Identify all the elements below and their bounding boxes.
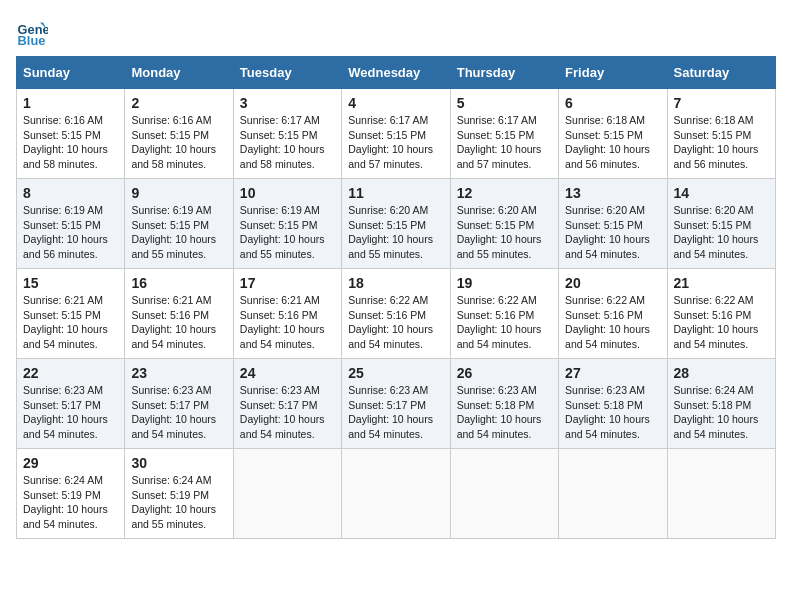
day-info: Sunrise: 6:19 AMSunset: 5:15 PMDaylight:… (23, 203, 118, 262)
day-info: Sunrise: 6:22 AMSunset: 5:16 PMDaylight:… (674, 293, 769, 352)
calendar-cell: 19Sunrise: 6:22 AMSunset: 5:16 PMDayligh… (450, 269, 558, 359)
day-info: Sunrise: 6:23 AMSunset: 5:17 PMDaylight:… (240, 383, 335, 442)
day-number: 5 (457, 95, 552, 111)
day-info: Sunrise: 6:16 AMSunset: 5:15 PMDaylight:… (23, 113, 118, 172)
day-number: 12 (457, 185, 552, 201)
calendar-week-1: 1Sunrise: 6:16 AMSunset: 5:15 PMDaylight… (17, 89, 776, 179)
calendar-cell: 4Sunrise: 6:17 AMSunset: 5:15 PMDaylight… (342, 89, 450, 179)
calendar-table: SundayMondayTuesdayWednesdayThursdayFrid… (16, 56, 776, 539)
calendar-header: SundayMondayTuesdayWednesdayThursdayFrid… (17, 57, 776, 89)
day-number: 23 (131, 365, 226, 381)
calendar-cell: 16Sunrise: 6:21 AMSunset: 5:16 PMDayligh… (125, 269, 233, 359)
calendar-body: 1Sunrise: 6:16 AMSunset: 5:15 PMDaylight… (17, 89, 776, 539)
day-number: 30 (131, 455, 226, 471)
weekday-header-tuesday: Tuesday (233, 57, 341, 89)
day-info: Sunrise: 6:16 AMSunset: 5:15 PMDaylight:… (131, 113, 226, 172)
day-number: 29 (23, 455, 118, 471)
day-number: 13 (565, 185, 660, 201)
day-info: Sunrise: 6:22 AMSunset: 5:16 PMDaylight:… (457, 293, 552, 352)
day-info: Sunrise: 6:19 AMSunset: 5:15 PMDaylight:… (240, 203, 335, 262)
day-number: 24 (240, 365, 335, 381)
day-info: Sunrise: 6:23 AMSunset: 5:18 PMDaylight:… (457, 383, 552, 442)
calendar-cell (559, 449, 667, 539)
day-number: 22 (23, 365, 118, 381)
weekday-header-wednesday: Wednesday (342, 57, 450, 89)
calendar-cell: 10Sunrise: 6:19 AMSunset: 5:15 PMDayligh… (233, 179, 341, 269)
logo: General Blue (16, 16, 48, 48)
page-header: General Blue (16, 16, 776, 48)
calendar-cell: 24Sunrise: 6:23 AMSunset: 5:17 PMDayligh… (233, 359, 341, 449)
day-number: 7 (674, 95, 769, 111)
day-number: 3 (240, 95, 335, 111)
day-number: 28 (674, 365, 769, 381)
logo-icon: General Blue (16, 16, 48, 48)
day-info: Sunrise: 6:20 AMSunset: 5:15 PMDaylight:… (674, 203, 769, 262)
day-number: 20 (565, 275, 660, 291)
day-number: 17 (240, 275, 335, 291)
calendar-cell: 25Sunrise: 6:23 AMSunset: 5:17 PMDayligh… (342, 359, 450, 449)
day-number: 19 (457, 275, 552, 291)
day-info: Sunrise: 6:19 AMSunset: 5:15 PMDaylight:… (131, 203, 226, 262)
calendar-cell: 13Sunrise: 6:20 AMSunset: 5:15 PMDayligh… (559, 179, 667, 269)
calendar-cell: 11Sunrise: 6:20 AMSunset: 5:15 PMDayligh… (342, 179, 450, 269)
weekday-header-thursday: Thursday (450, 57, 558, 89)
calendar-cell: 12Sunrise: 6:20 AMSunset: 5:15 PMDayligh… (450, 179, 558, 269)
weekday-header-row: SundayMondayTuesdayWednesdayThursdayFrid… (17, 57, 776, 89)
day-number: 25 (348, 365, 443, 381)
day-number: 18 (348, 275, 443, 291)
calendar-cell: 2Sunrise: 6:16 AMSunset: 5:15 PMDaylight… (125, 89, 233, 179)
day-info: Sunrise: 6:21 AMSunset: 5:15 PMDaylight:… (23, 293, 118, 352)
calendar-week-4: 22Sunrise: 6:23 AMSunset: 5:17 PMDayligh… (17, 359, 776, 449)
calendar-cell: 20Sunrise: 6:22 AMSunset: 5:16 PMDayligh… (559, 269, 667, 359)
calendar-cell: 30Sunrise: 6:24 AMSunset: 5:19 PMDayligh… (125, 449, 233, 539)
calendar-cell (667, 449, 775, 539)
calendar-cell (233, 449, 341, 539)
calendar-cell: 21Sunrise: 6:22 AMSunset: 5:16 PMDayligh… (667, 269, 775, 359)
calendar-week-2: 8Sunrise: 6:19 AMSunset: 5:15 PMDaylight… (17, 179, 776, 269)
calendar-cell: 26Sunrise: 6:23 AMSunset: 5:18 PMDayligh… (450, 359, 558, 449)
day-info: Sunrise: 6:22 AMSunset: 5:16 PMDaylight:… (565, 293, 660, 352)
calendar-cell: 9Sunrise: 6:19 AMSunset: 5:15 PMDaylight… (125, 179, 233, 269)
day-info: Sunrise: 6:21 AMSunset: 5:16 PMDaylight:… (240, 293, 335, 352)
day-info: Sunrise: 6:20 AMSunset: 5:15 PMDaylight:… (348, 203, 443, 262)
calendar-cell: 18Sunrise: 6:22 AMSunset: 5:16 PMDayligh… (342, 269, 450, 359)
day-number: 16 (131, 275, 226, 291)
calendar-cell: 6Sunrise: 6:18 AMSunset: 5:15 PMDaylight… (559, 89, 667, 179)
day-info: Sunrise: 6:24 AMSunset: 5:19 PMDaylight:… (131, 473, 226, 532)
calendar-cell: 8Sunrise: 6:19 AMSunset: 5:15 PMDaylight… (17, 179, 125, 269)
day-info: Sunrise: 6:24 AMSunset: 5:18 PMDaylight:… (674, 383, 769, 442)
calendar-week-5: 29Sunrise: 6:24 AMSunset: 5:19 PMDayligh… (17, 449, 776, 539)
day-number: 15 (23, 275, 118, 291)
day-info: Sunrise: 6:18 AMSunset: 5:15 PMDaylight:… (674, 113, 769, 172)
day-info: Sunrise: 6:17 AMSunset: 5:15 PMDaylight:… (348, 113, 443, 172)
calendar-cell: 7Sunrise: 6:18 AMSunset: 5:15 PMDaylight… (667, 89, 775, 179)
day-info: Sunrise: 6:23 AMSunset: 5:17 PMDaylight:… (348, 383, 443, 442)
calendar-cell: 15Sunrise: 6:21 AMSunset: 5:15 PMDayligh… (17, 269, 125, 359)
calendar-cell: 1Sunrise: 6:16 AMSunset: 5:15 PMDaylight… (17, 89, 125, 179)
day-info: Sunrise: 6:23 AMSunset: 5:18 PMDaylight:… (565, 383, 660, 442)
day-number: 11 (348, 185, 443, 201)
svg-text:Blue: Blue (18, 33, 46, 48)
day-number: 1 (23, 95, 118, 111)
day-number: 4 (348, 95, 443, 111)
day-number: 27 (565, 365, 660, 381)
day-number: 2 (131, 95, 226, 111)
day-info: Sunrise: 6:17 AMSunset: 5:15 PMDaylight:… (240, 113, 335, 172)
calendar-cell: 23Sunrise: 6:23 AMSunset: 5:17 PMDayligh… (125, 359, 233, 449)
day-info: Sunrise: 6:17 AMSunset: 5:15 PMDaylight:… (457, 113, 552, 172)
day-info: Sunrise: 6:20 AMSunset: 5:15 PMDaylight:… (457, 203, 552, 262)
weekday-header-saturday: Saturday (667, 57, 775, 89)
calendar-cell (342, 449, 450, 539)
day-number: 14 (674, 185, 769, 201)
calendar-cell: 3Sunrise: 6:17 AMSunset: 5:15 PMDaylight… (233, 89, 341, 179)
day-info: Sunrise: 6:24 AMSunset: 5:19 PMDaylight:… (23, 473, 118, 532)
calendar-cell: 27Sunrise: 6:23 AMSunset: 5:18 PMDayligh… (559, 359, 667, 449)
day-info: Sunrise: 6:18 AMSunset: 5:15 PMDaylight:… (565, 113, 660, 172)
weekday-header-monday: Monday (125, 57, 233, 89)
day-number: 21 (674, 275, 769, 291)
day-number: 6 (565, 95, 660, 111)
calendar-week-3: 15Sunrise: 6:21 AMSunset: 5:15 PMDayligh… (17, 269, 776, 359)
weekday-header-sunday: Sunday (17, 57, 125, 89)
calendar-cell: 5Sunrise: 6:17 AMSunset: 5:15 PMDaylight… (450, 89, 558, 179)
weekday-header-friday: Friday (559, 57, 667, 89)
